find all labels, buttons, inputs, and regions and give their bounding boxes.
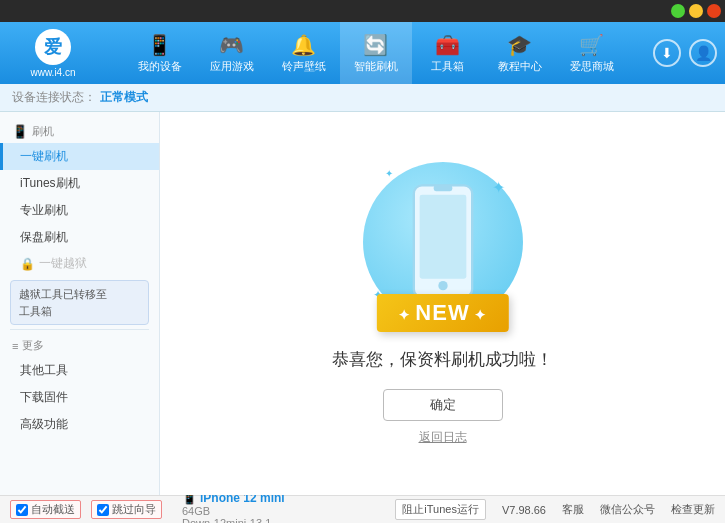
- preserve-flash-label: 保盘刷机: [20, 230, 68, 244]
- auto-send-checkbox[interactable]: 自动截送: [10, 500, 81, 519]
- nav-right-area: ⬇ 👤: [653, 39, 717, 67]
- advanced-label: 高级功能: [20, 417, 68, 431]
- lock-icon: 🔒: [20, 257, 35, 271]
- nav-store-label: 爱思商城: [570, 59, 614, 74]
- minimize-btn[interactable]: [671, 4, 685, 18]
- one-key-flash-label: 一键刷机: [20, 149, 68, 163]
- sparkle-1: ✦: [492, 178, 505, 197]
- logo-area: 爱 www.i4.cn: [8, 29, 98, 78]
- tutorial-icon: 🎓: [507, 33, 532, 57]
- ringtones-icon: 🔔: [291, 33, 316, 57]
- device-storage: 64GB: [182, 505, 285, 517]
- logo-icon: 爱: [35, 29, 71, 65]
- phone-illustration: ✦ ✦ ✦ NEW: [363, 162, 523, 322]
- bottom-right: 阻止iTunes运行 V7.98.66 客服 微信公众号 检查更新: [395, 499, 715, 520]
- svg-point-3: [438, 281, 447, 290]
- sidebar-download-firmware[interactable]: 下载固件: [0, 384, 159, 411]
- back-link[interactable]: 返回日志: [419, 429, 467, 446]
- device-version: Down-12mini-13,1: [182, 517, 285, 524]
- nav-tutorial[interactable]: 🎓 教程中心: [484, 22, 556, 84]
- apps-games-icon: 🎮: [219, 33, 244, 57]
- device-info: 📱 iPhone 12 mini 64GB Down-12mini-13,1: [182, 491, 285, 524]
- sidebar-one-key-flash[interactable]: 一键刷机: [0, 143, 159, 170]
- check-update-link[interactable]: 检查更新: [671, 502, 715, 517]
- content-area: ✦ ✦ ✦ NEW 恭喜您，保资料刷机成功啦！ 确定 返回日志: [160, 112, 725, 495]
- nav-apps-label: 应用游戏: [210, 59, 254, 74]
- nav-store[interactable]: 🛒 爱思商城: [556, 22, 628, 84]
- customer-service-link[interactable]: 客服: [562, 502, 584, 517]
- nav-ringtones[interactable]: 🔔 铃声壁纸: [268, 22, 340, 84]
- itunes-flash-label: iTunes刷机: [20, 176, 80, 190]
- nav-my-device[interactable]: 📱 我的设备: [124, 22, 196, 84]
- logo-url: www.i4.cn: [30, 67, 75, 78]
- auto-send-input[interactable]: [16, 504, 28, 516]
- nav-smart-flash-label: 智能刷机: [354, 59, 398, 74]
- nav-bar: 📱 我的设备 🎮 应用游戏 🔔 铃声壁纸 🔄 智能刷机 🧰 工具箱 🎓 教程中心…: [98, 22, 653, 84]
- header: 爱 www.i4.cn 📱 我的设备 🎮 应用游戏 🔔 铃声壁纸 🔄 智能刷机 …: [0, 22, 725, 84]
- flash-section-title: 📱 刷机: [0, 120, 159, 143]
- maximize-btn[interactable]: [689, 4, 703, 18]
- sidebar-divider: [10, 329, 149, 330]
- new-badge: NEW: [376, 294, 508, 332]
- jailbreak-label: 一键越狱: [39, 255, 87, 272]
- stop-itunes-btn[interactable]: 阻止iTunes运行: [395, 499, 486, 520]
- wechat-link[interactable]: 微信公众号: [600, 502, 655, 517]
- nav-apps-games[interactable]: 🎮 应用游戏: [196, 22, 268, 84]
- store-icon: 🛒: [579, 33, 604, 57]
- main-layout: 📱 刷机 一键刷机 iTunes刷机 专业刷机 保盘刷机 🔒 一键越狱 越狱工具…: [0, 112, 725, 495]
- status-label: 设备连接状态：: [12, 89, 96, 106]
- status-value: 正常模式: [100, 89, 148, 106]
- smart-flash-icon: 🔄: [363, 33, 388, 57]
- user-btn[interactable]: 👤: [689, 39, 717, 67]
- nav-my-device-label: 我的设备: [138, 59, 182, 74]
- success-text: 恭喜您，保资料刷机成功啦！: [332, 348, 553, 371]
- nav-smart-flash[interactable]: 🔄 智能刷机: [340, 22, 412, 84]
- sidebar-one-key-jailbreak: 🔒 一键越狱: [0, 251, 159, 276]
- download-firmware-label: 下载固件: [20, 390, 68, 404]
- sidebar-advanced[interactable]: 高级功能: [0, 411, 159, 438]
- close-btn[interactable]: [707, 4, 721, 18]
- sidebar-pro-flash[interactable]: 专业刷机: [0, 197, 159, 224]
- nav-ringtones-label: 铃声壁纸: [282, 59, 326, 74]
- flash-section-label: 刷机: [32, 124, 54, 139]
- flash-section-icon: 📱: [12, 124, 28, 139]
- pro-flash-label: 专业刷机: [20, 203, 68, 217]
- title-bar: [0, 0, 725, 22]
- sidebar: 📱 刷机 一键刷机 iTunes刷机 专业刷机 保盘刷机 🔒 一键越狱 越狱工具…: [0, 112, 160, 495]
- skip-wizard-checkbox[interactable]: 跳过向导: [91, 500, 162, 519]
- more-section-label: 更多: [22, 338, 44, 353]
- skip-wizard-label: 跳过向导: [112, 502, 156, 517]
- confirm-button[interactable]: 确定: [383, 389, 503, 421]
- sidebar-preserve-flash[interactable]: 保盘刷机: [0, 224, 159, 251]
- my-device-icon: 📱: [147, 33, 172, 57]
- phone-svg: [408, 183, 478, 300]
- more-section-icon: ≡: [12, 340, 18, 352]
- skip-wizard-input[interactable]: [97, 504, 109, 516]
- nav-toolbox-label: 工具箱: [431, 59, 464, 74]
- sidebar-notice: 越狱工具已转移至工具箱: [10, 280, 149, 325]
- more-section-title: ≡ 更多: [0, 334, 159, 357]
- other-tools-label: 其他工具: [20, 363, 68, 377]
- nav-tutorial-label: 教程中心: [498, 59, 542, 74]
- sidebar-other-tools[interactable]: 其他工具: [0, 357, 159, 384]
- download-btn[interactable]: ⬇: [653, 39, 681, 67]
- svg-rect-2: [433, 186, 452, 192]
- bottom-bar: 自动截送 跳过向导 📱 iPhone 12 mini 64GB Down-12m…: [0, 495, 725, 523]
- version-text: V7.98.66: [502, 504, 546, 516]
- status-bar: 设备连接状态： 正常模式: [0, 84, 725, 112]
- sidebar-itunes-flash[interactable]: iTunes刷机: [0, 170, 159, 197]
- svg-rect-1: [419, 195, 466, 279]
- auto-send-label: 自动截送: [31, 502, 75, 517]
- nav-toolbox[interactable]: 🧰 工具箱: [412, 22, 484, 84]
- toolbox-icon: 🧰: [435, 33, 460, 57]
- sparkle-2: ✦: [385, 168, 393, 179]
- bottom-left: 自动截送 跳过向导 📱 iPhone 12 mini 64GB Down-12m…: [10, 491, 285, 524]
